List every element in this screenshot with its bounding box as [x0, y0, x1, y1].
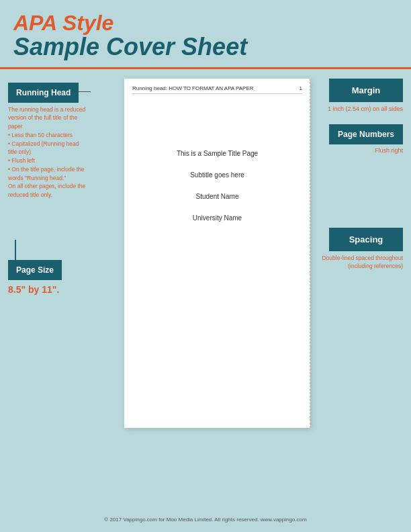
arrow-indicator: ↓ [87, 91, 92, 93]
apa-label: APA Style [13, 12, 398, 34]
paper-running-head: Running head: HOW TO FORMAT AN APA PAPER [132, 85, 254, 91]
paper-title: This is a Sample Title Page [132, 148, 302, 160]
margin-indicator-line [309, 79, 310, 428]
left-annotation-col: Running Head ↓ The running head is a red… [8, 79, 119, 428]
page-numbers-detail: Flush right [375, 147, 403, 154]
paper-body: This is a Sample Title Page Subtitle goe… [132, 148, 302, 224]
page-number-paper: 1 [300, 85, 302, 91]
running-head-description: The running head is a reduced version of… [8, 105, 119, 200]
page-size-value: 8.5" by 11". [8, 284, 119, 295]
footer: © 2017 Vappingo.com for Moo Media Limite… [0, 511, 411, 528]
spacing-detail: Double-lined spaced throughout (includin… [316, 255, 403, 271]
header: APA Style Sample Cover Sheet [0, 0, 411, 69]
spacing-box: Spacing [329, 228, 403, 251]
margin-detail: 1 inch (2.54 cm) on all sides [328, 105, 403, 114]
margin-box: Margin [329, 79, 403, 102]
connector-vertical [15, 240, 119, 260]
paper-subtitle: Subtitle goes here [132, 169, 302, 181]
main-area: Running Head ↓ The running head is a red… [0, 69, 411, 428]
right-col-inner: Margin 1 inch (2.54 cm) on all sides Pag… [316, 79, 403, 271]
running-head-box: Running Head [8, 83, 79, 103]
page-size-box: Page Size [8, 260, 62, 280]
paper-mockup: Running head: HOW TO FORMAT AN APA PAPER… [124, 79, 310, 428]
page-numbers-box: Page Numbers [329, 124, 403, 144]
paper-university: University Name [132, 212, 302, 224]
right-annotation-col: Margin 1 inch (2.54 cm) on all sides Pag… [316, 79, 403, 428]
page-title: Sample Cover Sheet [13, 34, 398, 60]
paper-wrapper: Running head: HOW TO FORMAT AN APA PAPER… [124, 79, 310, 428]
paper-student: Student Name [132, 191, 302, 203]
footer-text: © 2017 Vappingo.com for Moo Media Limite… [104, 517, 306, 523]
